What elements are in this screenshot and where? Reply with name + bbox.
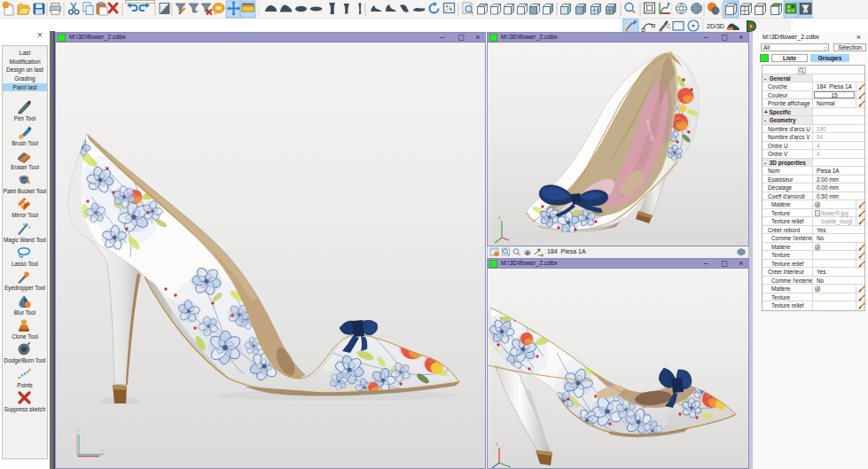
svg-text:x: x [100,448,103,453]
svg-text:184 Piesa 1A: 184 Piesa 1A [547,248,586,254]
svg-text:z: z [496,442,498,447]
svg-text:y: y [498,215,501,220]
svg-text:2D/3D: 2D/3D [707,23,724,29]
svg-text:z: z [76,428,79,434]
